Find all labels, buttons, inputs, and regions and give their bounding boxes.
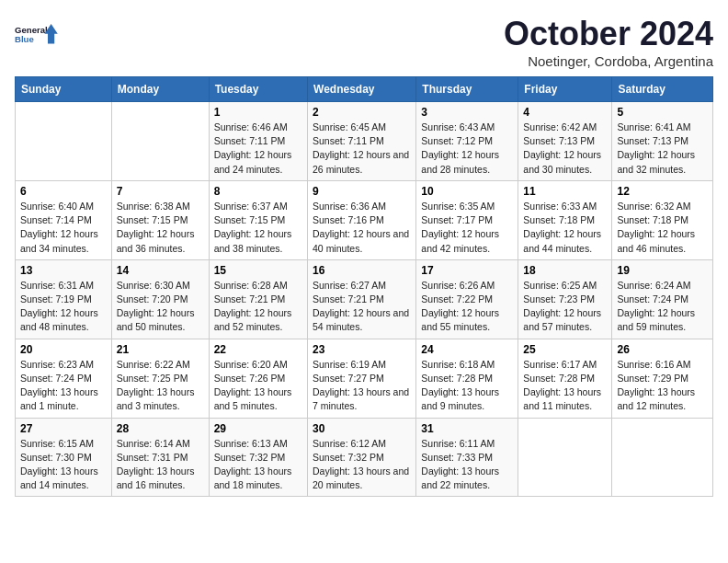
day-cell: 12Sunrise: 6:32 AM Sunset: 7:18 PM Dayli… [612, 180, 713, 259]
day-cell: 22Sunrise: 6:20 AM Sunset: 7:26 PM Dayli… [209, 339, 307, 418]
day-number: 24 [421, 343, 513, 356]
day-detail: Sunrise: 6:26 AM Sunset: 7:22 PM Dayligh… [421, 279, 513, 335]
col-header-sunday: Sunday [16, 77, 112, 102]
col-header-tuesday: Tuesday [209, 77, 307, 102]
day-number: 16 [313, 264, 411, 277]
logo: General Blue [15, 15, 59, 55]
week-row-5: 27Sunrise: 6:15 AM Sunset: 7:30 PM Dayli… [16, 418, 713, 497]
day-number: 18 [523, 264, 607, 277]
day-number: 14 [117, 264, 204, 277]
day-cell: 14Sunrise: 6:30 AM Sunset: 7:20 PM Dayli… [111, 259, 209, 339]
day-number: 21 [117, 343, 204, 356]
day-number: 4 [523, 106, 607, 119]
day-cell: 21Sunrise: 6:22 AM Sunset: 7:25 PM Dayli… [111, 339, 209, 418]
day-cell: 27Sunrise: 6:15 AM Sunset: 7:30 PM Dayli… [16, 418, 112, 497]
day-detail: Sunrise: 6:22 AM Sunset: 7:25 PM Dayligh… [117, 358, 204, 414]
day-cell: 25Sunrise: 6:17 AM Sunset: 7:28 PM Dayli… [518, 339, 612, 418]
col-header-saturday: Saturday [612, 77, 713, 102]
day-cell [612, 418, 713, 497]
day-cell: 9Sunrise: 6:36 AM Sunset: 7:16 PM Daylig… [308, 180, 416, 259]
day-detail: Sunrise: 6:43 AM Sunset: 7:12 PM Dayligh… [421, 121, 513, 177]
day-number: 15 [214, 264, 302, 277]
day-detail: Sunrise: 6:12 AM Sunset: 7:32 PM Dayligh… [313, 437, 411, 493]
day-detail: Sunrise: 6:17 AM Sunset: 7:28 PM Dayligh… [523, 358, 607, 414]
day-cell: 24Sunrise: 6:18 AM Sunset: 7:28 PM Dayli… [416, 339, 518, 418]
subtitle: Noetinger, Cordoba, Argentina [504, 53, 713, 69]
svg-text:General: General [15, 25, 48, 35]
day-number: 31 [421, 422, 513, 435]
day-detail: Sunrise: 6:23 AM Sunset: 7:24 PM Dayligh… [20, 358, 107, 414]
day-detail: Sunrise: 6:46 AM Sunset: 7:11 PM Dayligh… [214, 121, 302, 177]
day-cell: 2Sunrise: 6:45 AM Sunset: 7:11 PM Daylig… [308, 102, 416, 181]
day-number: 19 [617, 264, 708, 277]
day-number: 12 [617, 185, 708, 198]
day-cell: 17Sunrise: 6:26 AM Sunset: 7:22 PM Dayli… [416, 259, 518, 339]
day-cell: 23Sunrise: 6:19 AM Sunset: 7:27 PM Dayli… [308, 339, 416, 418]
day-number: 9 [313, 185, 411, 198]
day-detail: Sunrise: 6:19 AM Sunset: 7:27 PM Dayligh… [313, 358, 411, 414]
day-detail: Sunrise: 6:40 AM Sunset: 7:14 PM Dayligh… [20, 200, 107, 256]
day-number: 17 [421, 264, 513, 277]
col-header-thursday: Thursday [416, 77, 518, 102]
day-cell: 19Sunrise: 6:24 AM Sunset: 7:24 PM Dayli… [612, 259, 713, 339]
day-detail: Sunrise: 6:32 AM Sunset: 7:18 PM Dayligh… [617, 200, 708, 256]
day-cell [518, 418, 612, 497]
day-detail: Sunrise: 6:14 AM Sunset: 7:31 PM Dayligh… [117, 437, 204, 493]
logo-svg: General Blue [15, 15, 59, 55]
day-detail: Sunrise: 6:36 AM Sunset: 7:16 PM Dayligh… [313, 200, 411, 256]
day-detail: Sunrise: 6:41 AM Sunset: 7:13 PM Dayligh… [617, 121, 708, 177]
week-row-3: 13Sunrise: 6:31 AM Sunset: 7:19 PM Dayli… [16, 259, 713, 339]
title-area: October 2024 Noetinger, Cordoba, Argenti… [504, 15, 713, 69]
day-number: 20 [20, 343, 107, 356]
main-title: October 2024 [504, 15, 713, 53]
col-header-monday: Monday [111, 77, 209, 102]
day-cell: 3Sunrise: 6:43 AM Sunset: 7:12 PM Daylig… [416, 102, 518, 181]
day-detail: Sunrise: 6:33 AM Sunset: 7:18 PM Dayligh… [523, 200, 607, 256]
day-detail: Sunrise: 6:42 AM Sunset: 7:13 PM Dayligh… [523, 121, 607, 177]
week-row-4: 20Sunrise: 6:23 AM Sunset: 7:24 PM Dayli… [16, 339, 713, 418]
day-cell: 8Sunrise: 6:37 AM Sunset: 7:15 PM Daylig… [209, 180, 307, 259]
day-cell: 20Sunrise: 6:23 AM Sunset: 7:24 PM Dayli… [16, 339, 112, 418]
day-cell: 28Sunrise: 6:14 AM Sunset: 7:31 PM Dayli… [111, 418, 209, 497]
day-number: 25 [523, 343, 607, 356]
day-cell: 18Sunrise: 6:25 AM Sunset: 7:23 PM Dayli… [518, 259, 612, 339]
day-cell: 5Sunrise: 6:41 AM Sunset: 7:13 PM Daylig… [612, 102, 713, 181]
day-cell [111, 102, 209, 181]
week-row-1: 1Sunrise: 6:46 AM Sunset: 7:11 PM Daylig… [16, 102, 713, 181]
day-cell: 7Sunrise: 6:38 AM Sunset: 7:15 PM Daylig… [111, 180, 209, 259]
day-number: 1 [214, 106, 302, 119]
day-number: 27 [20, 422, 107, 435]
day-detail: Sunrise: 6:28 AM Sunset: 7:21 PM Dayligh… [214, 279, 302, 335]
day-number: 30 [313, 422, 411, 435]
svg-text:Blue: Blue [15, 34, 34, 44]
day-detail: Sunrise: 6:31 AM Sunset: 7:19 PM Dayligh… [20, 279, 107, 335]
day-number: 8 [214, 185, 302, 198]
day-number: 2 [313, 106, 411, 119]
day-number: 29 [214, 422, 302, 435]
day-detail: Sunrise: 6:30 AM Sunset: 7:20 PM Dayligh… [117, 279, 204, 335]
day-detail: Sunrise: 6:15 AM Sunset: 7:30 PM Dayligh… [20, 437, 107, 493]
header: General Blue October 2024 Noetinger, Cor… [15, 15, 713, 69]
day-number: 23 [313, 343, 411, 356]
day-cell [16, 102, 112, 181]
day-cell: 15Sunrise: 6:28 AM Sunset: 7:21 PM Dayli… [209, 259, 307, 339]
day-number: 13 [20, 264, 107, 277]
day-detail: Sunrise: 6:16 AM Sunset: 7:29 PM Dayligh… [617, 358, 708, 414]
day-cell: 11Sunrise: 6:33 AM Sunset: 7:18 PM Dayli… [518, 180, 612, 259]
day-cell: 30Sunrise: 6:12 AM Sunset: 7:32 PM Dayli… [308, 418, 416, 497]
day-detail: Sunrise: 6:18 AM Sunset: 7:28 PM Dayligh… [421, 358, 513, 414]
day-number: 10 [421, 185, 513, 198]
day-number: 22 [214, 343, 302, 356]
day-detail: Sunrise: 6:13 AM Sunset: 7:32 PM Dayligh… [214, 437, 302, 493]
day-detail: Sunrise: 6:38 AM Sunset: 7:15 PM Dayligh… [117, 200, 204, 256]
day-detail: Sunrise: 6:35 AM Sunset: 7:17 PM Dayligh… [421, 200, 513, 256]
day-detail: Sunrise: 6:24 AM Sunset: 7:24 PM Dayligh… [617, 279, 708, 335]
day-cell: 29Sunrise: 6:13 AM Sunset: 7:32 PM Dayli… [209, 418, 307, 497]
day-number: 3 [421, 106, 513, 119]
day-detail: Sunrise: 6:27 AM Sunset: 7:21 PM Dayligh… [313, 279, 411, 335]
week-row-2: 6Sunrise: 6:40 AM Sunset: 7:14 PM Daylig… [16, 180, 713, 259]
day-number: 28 [117, 422, 204, 435]
day-number: 11 [523, 185, 607, 198]
day-number: 7 [117, 185, 204, 198]
day-detail: Sunrise: 6:45 AM Sunset: 7:11 PM Dayligh… [313, 121, 411, 177]
